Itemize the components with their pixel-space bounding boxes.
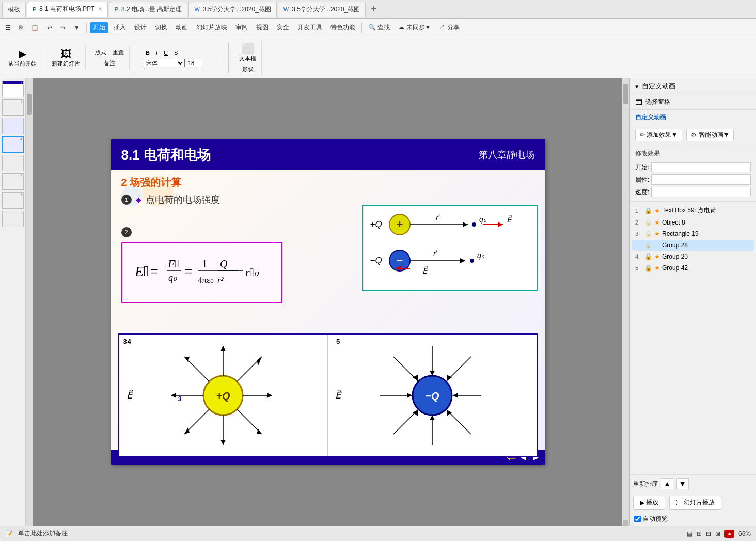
scroll-handle-right[interactable]	[623, 84, 628, 104]
slide-thumbnails: 1 2 3 4 5 6 7 8	[0, 78, 26, 526]
sync-btn[interactable]: ☁ 未同步▼	[395, 22, 434, 33]
tab-dev[interactable]: 开发工具	[294, 22, 325, 33]
tab-close-btn[interactable]: ✕	[98, 6, 102, 12]
point-num-2: 2	[121, 227, 132, 237]
anim-item-2[interactable]: 2 🔒 ★ Object 8	[632, 217, 754, 228]
shape-btn[interactable]: 形状	[240, 65, 256, 74]
tab-template[interactable]: 模板	[2, 2, 26, 17]
smart-animation-btn[interactable]: ⚙ 智能动画▼	[686, 129, 734, 141]
anim-item-4[interactable]: 4 🔒 ★ Group 20	[632, 251, 754, 262]
tab-switch[interactable]: 切换	[152, 22, 170, 33]
start-row: 开始:	[635, 161, 751, 173]
select-window-label[interactable]: 选择窗格	[645, 98, 670, 106]
tab-add-btn[interactable]: +	[367, 4, 381, 14]
negative-charge-row: −Q − r⃗ E⃗	[370, 248, 529, 274]
tab-gauss[interactable]: P 8.2 电场...量 高斯定理	[109, 2, 188, 17]
menu-file[interactable]: ☰	[2, 23, 14, 33]
view-normal-icon[interactable]: ▤	[687, 530, 692, 537]
play-from-label: 从当前开始	[8, 60, 37, 68]
font-select[interactable]: 宋体	[144, 59, 185, 67]
record-btn[interactable]: ●	[724, 530, 734, 538]
animation-section-title[interactable]: 自定义动画	[635, 113, 751, 122]
tab-w1[interactable]: W 3.5学分大学...2020_截图	[188, 2, 276, 17]
scroll-down-btn[interactable]	[623, 520, 628, 526]
tab-review[interactable]: 审阅	[232, 22, 251, 33]
anim-star-3: ★	[654, 230, 660, 237]
view-slide-icon[interactable]: ⊞	[697, 530, 702, 537]
anim-label-2: Object 8	[662, 219, 751, 226]
e-label-right: E⃗	[335, 390, 341, 401]
auto-preview-checkbox[interactable]	[634, 516, 641, 522]
anim-num-3: 3	[635, 231, 642, 237]
property-field[interactable]	[651, 174, 751, 185]
underline-btn[interactable]: U	[162, 49, 170, 57]
view-reading-icon[interactable]: ⊟	[706, 530, 711, 537]
formula-svg: E⃗ = F⃗ q₀ = 1 4πε₀	[130, 248, 274, 294]
toolbar-undo[interactable]: ↩	[44, 23, 55, 33]
thumb-8[interactable]: 8	[2, 211, 24, 227]
thumb-4[interactable]: 4	[2, 136, 24, 153]
tab-special[interactable]: 特色功能	[327, 22, 358, 33]
tab-slideshow[interactable]: 幻灯片放映	[193, 22, 230, 33]
thumb-2[interactable]: 2	[2, 99, 24, 116]
slideshow-icon: ⛶	[676, 499, 682, 506]
sort-down-btn[interactable]: ▼	[676, 478, 689, 489]
toolbar-copy[interactable]: ⎘	[16, 23, 26, 33]
anim-num-5: 5	[635, 265, 642, 271]
tab-view[interactable]: 视图	[253, 22, 272, 33]
slideshow-btn[interactable]: ⛶ 幻灯片播放	[669, 496, 721, 510]
thumb-6[interactable]: 6	[2, 173, 24, 190]
new-slide-btn[interactable]: 🖼 新建幻灯片	[50, 47, 82, 69]
thumb-7[interactable]: 7	[2, 192, 24, 209]
font-size-input[interactable]	[187, 59, 202, 67]
tab-w2-label: 3.5学分大学...2020_截图	[292, 5, 360, 14]
tab-start[interactable]: 开始	[90, 22, 108, 33]
anim-item-3[interactable]: 3 🔒 ★ Rectangle 19	[632, 228, 754, 240]
sort-up-btn[interactable]: ▲	[661, 478, 673, 489]
view-presenter-icon[interactable]: ⊠	[715, 530, 720, 537]
reorder-section: 重新排序 ▲ ▼	[630, 474, 756, 492]
reset-btn[interactable]: 重置	[111, 47, 126, 57]
thumb-3[interactable]: 3	[2, 118, 24, 134]
share-btn[interactable]: ↗ 分享	[436, 22, 462, 33]
scroll-handle-v[interactable]	[27, 94, 32, 115]
select-window-section: 🗔 选择窗格	[630, 94, 756, 110]
slide-chapter: 第八章静电场	[479, 149, 534, 161]
textbox-btn[interactable]: ⬜ 文本框	[237, 41, 258, 63]
svg-text:+Q: +Q	[216, 390, 231, 402]
anim-lock-g28: 🔒	[644, 242, 652, 249]
toolbar-more[interactable]: ▼	[71, 23, 83, 33]
tab-active[interactable]: P 8-1 电荷和电场.PPT ✕	[27, 2, 108, 17]
notes-btn[interactable]: 备注	[102, 58, 117, 68]
anim-item-group28[interactable]: 🔒 ★ Group 28	[632, 240, 754, 251]
speed-field[interactable]	[651, 187, 751, 197]
strike-btn[interactable]: S	[172, 49, 180, 57]
tab-animation[interactable]: 动画	[172, 22, 191, 33]
panel-header-icon: ▾	[635, 83, 639, 90]
play-btn[interactable]: ▶ 播放	[633, 496, 665, 510]
svg-marker-38	[171, 393, 176, 398]
play-from-btn[interactable]: ▶ 从当前开始	[6, 46, 39, 69]
tab-w2[interactable]: W 3.5学分大学...2020_截图	[278, 2, 366, 17]
bold-btn[interactable]: B	[144, 49, 152, 57]
anim-item-1[interactable]: 1 🔒 ★ Text Box 59: 点电荷	[632, 204, 754, 217]
layout-btn[interactable]: 版式	[93, 47, 108, 57]
anim-item-5[interactable]: 5 🔒 ★ Group 42	[632, 262, 754, 274]
thumb-5[interactable]: 5	[2, 155, 24, 171]
tab-security[interactable]: 安全	[274, 22, 292, 33]
panel-header[interactable]: ▾ 自定义动画	[630, 78, 756, 94]
toolbar-redo[interactable]: ↪	[57, 23, 69, 33]
italic-btn[interactable]: I	[154, 49, 160, 57]
thumb-1[interactable]: 1	[2, 81, 24, 97]
toolbar-paste[interactable]: 📋	[28, 23, 42, 33]
svg-text:q₀: q₀	[168, 273, 178, 283]
speed-row: 速度:	[635, 186, 751, 198]
start-field[interactable]	[651, 162, 751, 172]
notes-placeholder[interactable]: 单击此处添加备注	[18, 529, 68, 538]
tab-insert[interactable]: 插入	[111, 22, 129, 33]
tab-design[interactable]: 设计	[131, 22, 150, 33]
search-btn[interactable]: 🔍 查找	[365, 22, 393, 33]
add-effect-btn[interactable]: ✏ 添加效果▼	[635, 129, 682, 141]
right-panel: ▾ 自定义动画 🗔 选择窗格 自定义动画 ✏ 添加效果▼ ⚙ 智能动画▼	[629, 78, 756, 526]
thumb-num-3: 3	[21, 118, 23, 122]
